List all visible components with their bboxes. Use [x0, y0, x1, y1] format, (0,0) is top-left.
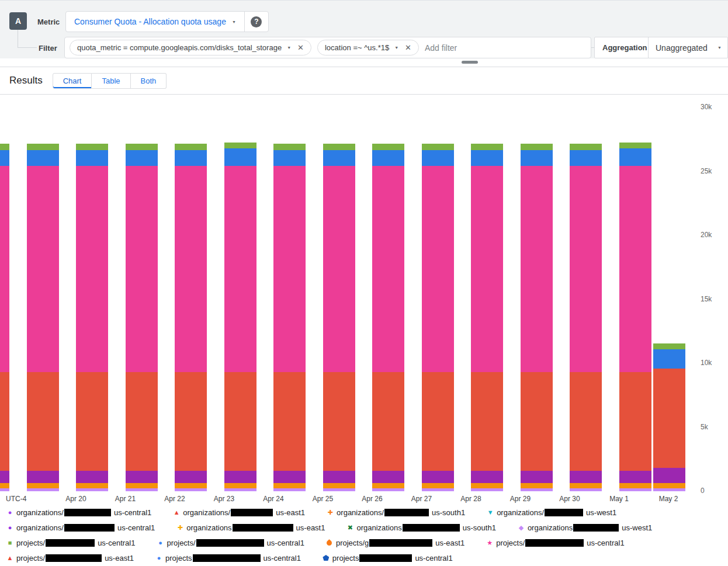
tab-table[interactable]: Table	[92, 73, 130, 89]
legend-item[interactable]: ◆organizationsus-west1	[517, 523, 652, 532]
remove-filter-icon[interactable]: ✕	[295, 43, 306, 52]
bar-segment-pink-block[interactable]	[521, 166, 553, 373]
legend-item[interactable]: ★projects/us-central1	[486, 539, 624, 547]
bar-segment-blue-band[interactable]	[422, 150, 454, 166]
metric-dropdown[interactable]: Consumer Quota - Allocation quota usage …	[66, 12, 244, 32]
chevron-down-icon[interactable]: ▼	[287, 46, 291, 50]
bar-segment-red-block[interactable]	[0, 372, 9, 471]
bar-segment-violet-bottom[interactable]	[521, 488, 553, 491]
stacked-bar-2[interactable]	[76, 144, 108, 491]
bar-segment-red-block[interactable]	[76, 372, 108, 471]
bar-segment-violet-bottom[interactable]	[471, 488, 503, 491]
bar-segment-red-block[interactable]	[619, 372, 651, 471]
filter-container[interactable]: quota_metric = compute.googleapis.com/di…	[64, 37, 591, 58]
bar-segment-green-top[interactable]	[372, 144, 404, 150]
legend-item[interactable]: ●organizations/us-central1	[6, 508, 151, 517]
plot-area[interactable]	[0, 95, 699, 491]
bar-segment-green-top[interactable]	[273, 144, 306, 150]
bar-segment-purple-band[interactable]	[126, 471, 158, 483]
bar-segment-red-block[interactable]	[653, 369, 685, 468]
bar-segment-orange-band[interactable]	[175, 483, 207, 488]
stacked-bar-14[interactable]	[653, 343, 685, 491]
bar-segment-orange-band[interactable]	[521, 483, 553, 488]
bar-segment-orange-band[interactable]	[0, 483, 9, 488]
bar-segment-green-top[interactable]	[175, 144, 207, 150]
bar-segment-green-top[interactable]	[570, 144, 602, 150]
bar-segment-pink-block[interactable]	[372, 166, 404, 373]
bar-segment-orange-band[interactable]	[126, 483, 158, 488]
bar-segment-purple-band[interactable]	[372, 471, 404, 483]
bar-segment-green-top[interactable]	[27, 144, 59, 150]
legend-item[interactable]: ✚organizationsus-east1	[176, 523, 325, 532]
tab-chart[interactable]: Chart	[53, 73, 92, 89]
add-filter-input[interactable]	[425, 43, 586, 53]
bar-segment-green-top[interactable]	[323, 144, 355, 150]
bar-segment-red-block[interactable]	[126, 372, 158, 471]
legend-item[interactable]: ✖organizationsus-south1	[346, 523, 495, 532]
legend-item[interactable]: projects/gus-east1	[325, 539, 464, 547]
bar-segment-blue-band[interactable]	[619, 148, 651, 166]
bar-segment-violet-bottom[interactable]	[175, 488, 207, 491]
bar-segment-violet-bottom[interactable]	[224, 488, 256, 491]
bar-segment-green-top[interactable]	[653, 343, 685, 349]
bar-segment-red-block[interactable]	[273, 372, 306, 471]
bar-segment-pink-block[interactable]	[323, 166, 355, 373]
bar-segment-purple-band[interactable]	[471, 471, 503, 483]
bar-segment-purple-band[interactable]	[521, 471, 553, 483]
bar-segment-pink-block[interactable]	[273, 166, 306, 373]
bar-segment-violet-bottom[interactable]	[653, 488, 685, 491]
bar-segment-orange-band[interactable]	[570, 483, 602, 488]
filter-chip-quota-metric[interactable]: quota_metric = compute.googleapis.com/di…	[70, 40, 311, 55]
legend-item[interactable]: ●projectsus-central1	[155, 554, 301, 562]
bar-segment-blue-band[interactable]	[76, 150, 108, 166]
bar-segment-green-top[interactable]	[76, 144, 108, 150]
bar-segment-violet-bottom[interactable]	[273, 488, 306, 491]
bar-segment-red-block[interactable]	[422, 372, 454, 471]
legend-item[interactable]: ▲projects/us-east1	[6, 554, 134, 562]
bar-segment-blue-band[interactable]	[27, 150, 59, 166]
bar-segment-red-block[interactable]	[27, 372, 59, 471]
bar-segment-pink-block[interactable]	[471, 166, 503, 373]
stacked-bar-1[interactable]	[27, 144, 59, 491]
bar-segment-blue-band[interactable]	[0, 150, 9, 166]
bar-segment-purple-band[interactable]	[76, 471, 108, 483]
bar-segment-red-block[interactable]	[323, 372, 355, 471]
stacked-bar-3[interactable]	[126, 144, 158, 491]
bar-segment-red-block[interactable]	[372, 372, 404, 471]
bar-segment-purple-band[interactable]	[175, 471, 207, 483]
stacked-bar-13[interactable]	[619, 143, 651, 491]
bar-segment-pink-block[interactable]	[619, 166, 651, 373]
legend-item[interactable]: ▼organizations/us-west1	[486, 508, 616, 517]
bar-segment-violet-bottom[interactable]	[619, 488, 651, 491]
bar-segment-violet-bottom[interactable]	[76, 488, 108, 491]
chevron-down-icon[interactable]: ▼	[394, 46, 398, 50]
legend-item[interactable]: ●projects/us-central1	[156, 539, 304, 547]
bar-segment-red-block[interactable]	[175, 372, 207, 471]
bar-segment-orange-band[interactable]	[653, 483, 685, 488]
stacked-bar-11[interactable]	[521, 144, 553, 491]
stacked-bar-5[interactable]	[224, 143, 256, 491]
bar-segment-violet-bottom[interactable]	[570, 488, 602, 491]
bar-segment-blue-band[interactable]	[323, 150, 355, 166]
bar-segment-pink-block[interactable]	[0, 166, 9, 373]
bar-segment-blue-band[interactable]	[521, 150, 553, 166]
bar-segment-pink-block[interactable]	[175, 166, 207, 373]
bar-segment-blue-band[interactable]	[471, 150, 503, 166]
bar-segment-blue-band[interactable]	[224, 148, 256, 166]
bar-segment-green-top[interactable]	[0, 144, 9, 150]
bar-segment-purple-band[interactable]	[323, 471, 355, 483]
legend-item[interactable]: ■projects/us-central1	[6, 539, 135, 547]
bar-segment-green-top[interactable]	[619, 143, 651, 148]
stacked-bar-4[interactable]	[175, 144, 207, 491]
stacked-bar-8[interactable]	[372, 144, 404, 491]
resize-drag-handle[interactable]	[462, 61, 478, 64]
bar-segment-orange-band[interactable]	[372, 483, 404, 488]
bar-segment-green-top[interactable]	[126, 144, 158, 150]
legend-item[interactable]: projectsus-central1	[322, 554, 453, 562]
bar-segment-orange-band[interactable]	[471, 483, 503, 488]
bar-segment-blue-band[interactable]	[570, 150, 602, 166]
bar-segment-purple-band[interactable]	[570, 471, 602, 483]
bar-segment-orange-band[interactable]	[619, 483, 651, 488]
bar-segment-green-top[interactable]	[521, 144, 553, 150]
bar-segment-purple-band[interactable]	[27, 471, 59, 483]
